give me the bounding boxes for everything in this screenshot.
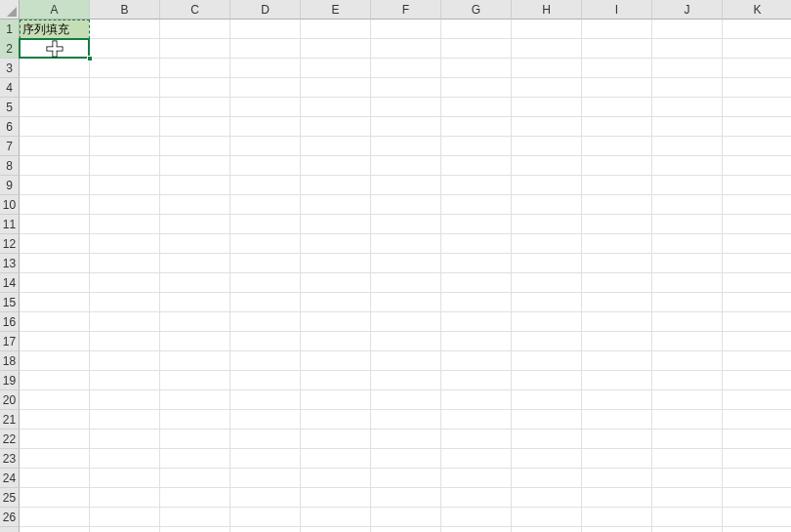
spreadsheet-grid[interactable]: ABCDEFGHIJK1序列填充234567891011121314151617… (0, 0, 791, 532)
cell-E15[interactable] (301, 293, 371, 312)
cell-K14[interactable] (723, 273, 791, 293)
cell-I20[interactable] (582, 390, 652, 410)
cell-D20[interactable] (230, 390, 301, 410)
cell-C3[interactable] (160, 59, 230, 78)
cell-H18[interactable] (512, 351, 582, 371)
cell-A25[interactable] (20, 488, 90, 508)
cell-I21[interactable] (582, 410, 652, 430)
cell-D5[interactable] (230, 98, 301, 117)
cell-H16[interactable] (512, 312, 582, 332)
cell-B10[interactable] (90, 195, 160, 215)
cell-C18[interactable] (160, 351, 230, 371)
cell-H19[interactable] (512, 371, 582, 390)
cell-A22[interactable] (20, 430, 90, 449)
cell-C17[interactable] (160, 332, 230, 351)
row-header-21[interactable]: 21 (0, 410, 20, 430)
cell-J1[interactable] (652, 20, 723, 39)
cell-I12[interactable] (582, 234, 652, 254)
cell-I2[interactable] (582, 39, 652, 59)
cell-J7[interactable] (652, 137, 723, 156)
cell-G2[interactable] (441, 39, 512, 59)
cell-C20[interactable] (160, 390, 230, 410)
column-header-H[interactable]: H (512, 0, 582, 20)
cell-B2[interactable] (90, 39, 160, 59)
cell-D7[interactable] (230, 137, 301, 156)
cell-D1[interactable] (230, 20, 301, 39)
cell-A21[interactable] (20, 410, 90, 430)
cell-F25[interactable] (371, 488, 441, 508)
fill-handle[interactable] (87, 56, 93, 61)
cell-K9[interactable] (723, 176, 791, 195)
cell-H17[interactable] (512, 332, 582, 351)
cell-B19[interactable] (90, 371, 160, 390)
cell-F17[interactable] (371, 332, 441, 351)
cell-G13[interactable] (441, 254, 512, 273)
row-header-9[interactable]: 9 (0, 176, 20, 195)
row-header-6[interactable]: 6 (0, 117, 20, 137)
cell-G23[interactable] (441, 449, 512, 469)
cell-E8[interactable] (301, 156, 371, 176)
cell-F11[interactable] (371, 215, 441, 234)
cell-G27[interactable] (441, 527, 512, 532)
cell-F8[interactable] (371, 156, 441, 176)
cell-B26[interactable] (90, 508, 160, 527)
cell-F24[interactable] (371, 469, 441, 488)
cell-I16[interactable] (582, 312, 652, 332)
row-header-23[interactable]: 23 (0, 449, 20, 469)
cell-K19[interactable] (723, 371, 791, 390)
column-header-C[interactable]: C (160, 0, 230, 20)
cell-K24[interactable] (723, 469, 791, 488)
cell-H27[interactable] (512, 527, 582, 532)
cell-D25[interactable] (230, 488, 301, 508)
cell-K25[interactable] (723, 488, 791, 508)
cell-F21[interactable] (371, 410, 441, 430)
cell-F14[interactable] (371, 273, 441, 293)
cell-K11[interactable] (723, 215, 791, 234)
cell-K12[interactable] (723, 234, 791, 254)
cell-C14[interactable] (160, 273, 230, 293)
cell-K7[interactable] (723, 137, 791, 156)
row-header-7[interactable]: 7 (0, 137, 20, 156)
cell-A2[interactable] (20, 39, 90, 59)
cell-B7[interactable] (90, 137, 160, 156)
cell-H7[interactable] (512, 137, 582, 156)
cell-E17[interactable] (301, 332, 371, 351)
cell-I9[interactable] (582, 176, 652, 195)
cell-C21[interactable] (160, 410, 230, 430)
cell-K3[interactable] (723, 59, 791, 78)
cell-A18[interactable] (20, 351, 90, 371)
cell-A13[interactable] (20, 254, 90, 273)
cell-G14[interactable] (441, 273, 512, 293)
cell-J24[interactable] (652, 469, 723, 488)
cell-H22[interactable] (512, 430, 582, 449)
cell-A19[interactable] (20, 371, 90, 390)
cell-D6[interactable] (230, 117, 301, 137)
cell-E11[interactable] (301, 215, 371, 234)
cell-F12[interactable] (371, 234, 441, 254)
cell-A12[interactable] (20, 234, 90, 254)
cell-J21[interactable] (652, 410, 723, 430)
cell-E26[interactable] (301, 508, 371, 527)
cell-F13[interactable] (371, 254, 441, 273)
cell-F10[interactable] (371, 195, 441, 215)
cell-E20[interactable] (301, 390, 371, 410)
cell-E22[interactable] (301, 430, 371, 449)
cell-C27[interactable] (160, 527, 230, 532)
cell-H8[interactable] (512, 156, 582, 176)
cell-I8[interactable] (582, 156, 652, 176)
cell-J23[interactable] (652, 449, 723, 469)
cell-A7[interactable] (20, 137, 90, 156)
cell-B5[interactable] (90, 98, 160, 117)
cell-J17[interactable] (652, 332, 723, 351)
select-all-corner[interactable] (0, 0, 20, 20)
cell-H15[interactable] (512, 293, 582, 312)
cell-F5[interactable] (371, 98, 441, 117)
cell-B14[interactable] (90, 273, 160, 293)
cell-D22[interactable] (230, 430, 301, 449)
cell-H3[interactable] (512, 59, 582, 78)
cell-D16[interactable] (230, 312, 301, 332)
cell-G24[interactable] (441, 469, 512, 488)
cell-J3[interactable] (652, 59, 723, 78)
cell-B3[interactable] (90, 59, 160, 78)
cell-A24[interactable] (20, 469, 90, 488)
